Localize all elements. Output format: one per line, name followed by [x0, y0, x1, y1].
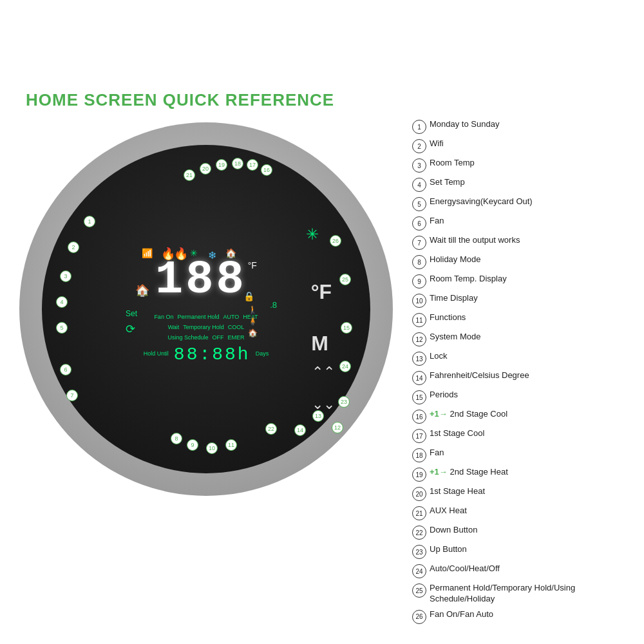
lock-icon: 🔒 [243, 291, 254, 301]
page-title: HOME SCREEN QUICK REFERENCE [26, 90, 334, 110]
num-circle-1: 1 [84, 216, 95, 227]
degree-unit: °F [248, 260, 257, 270]
reference-item-1: 1Monday to Sunday [412, 119, 625, 134]
ref-num-3: 3 [412, 158, 426, 173]
ref-num-2: 2 [412, 139, 426, 153]
ref-num-8: 8 [412, 255, 426, 269]
ref-num-26: 26 [412, 610, 426, 624]
ref-num-10: 10 [412, 294, 426, 308]
ref-num-16: 16 [412, 410, 426, 424]
ref-num-9: 9 [412, 274, 426, 289]
ref-text-2: Wifi [430, 138, 625, 149]
person-icon1: 🚶 [248, 305, 258, 314]
reference-item-6: 6Fan [412, 216, 625, 231]
thermostat-face: 📶 🔥 🔥 ✳ ❄ 🏠 🏠 Set ⟳ ✳ °F M ⌃⌃ ⌄⌄ 188 °F … [42, 145, 370, 473]
num-circle-25: 25 [339, 274, 351, 285]
thermostat-diagram: 📶 🔥 🔥 ✳ ❄ 🏠 🏠 Set ⟳ ✳ °F M ⌃⌃ ⌄⌄ 188 °F … [19, 122, 393, 496]
wait-label: Wait [168, 324, 180, 330]
letter-f: °F [311, 280, 332, 304]
num-circle-12: 12 [332, 422, 343, 433]
num-circle-21: 21 [184, 169, 195, 181]
ref-text-25: Permanent Hold/Temporary Hold/Using Sche… [430, 583, 625, 605]
num-circle-2: 2 [68, 242, 79, 253]
num-circle-13: 13 [312, 410, 324, 422]
num-circle-19: 19 [216, 159, 227, 171]
ref-num-25: 25 [412, 583, 426, 598]
num-circle-26: 26 [330, 235, 341, 247]
ref-num-15: 15 [412, 390, 426, 404]
num-circle-18: 18 [232, 158, 243, 169]
using-schedule-label: Using Schedule [167, 334, 208, 341]
num-circle-14: 14 [294, 424, 306, 436]
num-circle-7: 7 [66, 390, 78, 401]
reference-item-18: 18Fan [412, 448, 625, 462]
fan-on-label: Fan On [154, 314, 173, 320]
ref-text-12: System Mode [430, 332, 625, 343]
reference-item-4: 4Set Temp [412, 177, 625, 192]
reference-item-15: 15Periods [412, 390, 625, 404]
num-circle-5: 5 [56, 322, 68, 334]
hold-labels2: Wait Temporary Hold COOL [116, 324, 296, 330]
ref-text-22: Down Button [430, 525, 625, 536]
fan-right-icon: ✳ [306, 225, 319, 243]
ref-text-13: Lock [430, 351, 625, 362]
ref-text-23: Up Button [430, 544, 625, 555]
reference-item-11: 11Functions [412, 312, 625, 327]
reference-item-17: 171st Stage Cool [412, 428, 625, 443]
temporary-hold-label: Temporary Hold [183, 324, 224, 330]
emer-label: EMER [228, 334, 245, 341]
ref-num-24: 24 [412, 564, 426, 578]
reference-item-7: 7Wait till the output works [412, 235, 625, 250]
reference-item-9: 9Room Temp. Display [412, 274, 625, 289]
reference-item-12: 12System Mode [412, 332, 625, 346]
reference-item-16: 16+1→ 2nd Stage Cool [412, 409, 625, 424]
reference-item-2: 2Wifi [412, 138, 625, 153]
time-display: 88:88h [174, 345, 251, 365]
ref-num-21: 21 [412, 506, 426, 520]
ref-text-19: +1→ 2nd Stage Heat [430, 467, 625, 478]
hold-labels3: Using Schedule OFF EMER [116, 334, 296, 341]
reference-list: 1Monday to Sunday2Wifi3Room Temp4Set Tem… [412, 119, 625, 629]
reference-item-21: 21AUX Heat [412, 506, 625, 520]
hold-until-label: Hold Until [144, 350, 169, 357]
num-circle-20: 20 [200, 163, 211, 175]
reference-item-19: 19+1→ 2nd Stage Heat [412, 467, 625, 482]
ref-num-14: 14 [412, 371, 426, 385]
reference-item-5: 5Energysaving(Keycard Out) [412, 196, 625, 211]
ref-text-3: Room Temp [430, 158, 625, 169]
ref-num-4: 4 [412, 178, 426, 192]
reference-item-23: 23Up Button [412, 544, 625, 559]
ref-text-26: Fan On/Fan Auto [430, 609, 625, 620]
num-circle-4: 4 [56, 296, 68, 308]
ref-text-11: Functions [430, 312, 625, 323]
num-circle-9: 9 [187, 439, 198, 451]
num-circle-11: 11 [225, 439, 237, 451]
ref-num-23: 23 [412, 545, 426, 559]
reference-item-10: 10Time Display [412, 293, 625, 308]
ref-num-13: 13 [412, 352, 426, 366]
ref-num-5: 5 [412, 197, 426, 211]
ref-num-12: 12 [412, 332, 426, 346]
ref-num-19: 19 [412, 468, 426, 482]
num-circle-3: 3 [60, 270, 71, 282]
reference-item-20: 201st Stage Heat [412, 486, 625, 501]
num-circle-16: 16 [261, 164, 272, 176]
reference-item-22: 22Down Button [412, 525, 625, 540]
person-icon2: 🧍 [248, 317, 258, 326]
num-circle-23: 23 [338, 396, 350, 408]
hold-labels: Fan On Permanent Hold AUTO HEAT [116, 314, 296, 320]
ref-text-6: Fan [430, 216, 625, 227]
reference-item-26: 26Fan On/Fan Auto [412, 609, 625, 624]
ref-num-18: 18 [412, 448, 426, 462]
ref-text-20: 1st Stage Heat [430, 486, 625, 497]
ref-text-18: Fan [430, 448, 625, 459]
ref-text-9: Room Temp. Display [430, 274, 625, 285]
ref-text-8: Holiday Mode [430, 254, 625, 265]
reference-item-24: 24Auto/Cool/Heat/Off [412, 564, 625, 578]
ref-text-1: Monday to Sunday [430, 119, 625, 130]
letter-m: M [311, 332, 328, 355]
ref-text-16: +1→ 2nd Stage Cool [430, 409, 625, 420]
cool-label: COOL [228, 324, 245, 330]
ref-text-15: Periods [430, 390, 625, 401]
ref-text-10: Time Display [430, 293, 625, 304]
